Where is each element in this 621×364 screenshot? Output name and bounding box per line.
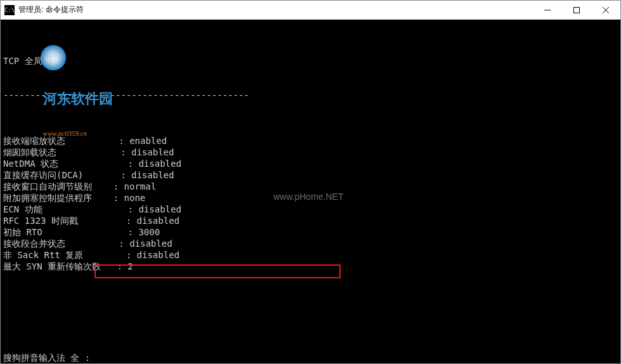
- param-separator: :: [114, 181, 124, 192]
- param-separator: :: [117, 261, 127, 272]
- maximize-icon: [573, 7, 580, 13]
- param-separator: :: [121, 169, 131, 181]
- param-separator: :: [126, 215, 137, 226]
- svg-rect-1: [574, 7, 580, 13]
- param-value: disabled: [131, 169, 174, 181]
- close-button[interactable]: [591, 1, 620, 19]
- param-row: 最大 SYN 重新传输次数 : 2: [3, 261, 618, 272]
- command-prompt-window: C:\ 管理员: 命令提示符 TCP 全局参数 ----------------…: [0, 0, 621, 364]
- param-separator: :: [128, 204, 139, 215]
- tcp-header: TCP 全局参数: [3, 55, 618, 67]
- window-controls: [533, 1, 620, 19]
- param-label: 直接缓存访问(DCA): [3, 169, 121, 181]
- param-row: 接收端缩放状态 : enabled: [3, 135, 618, 146]
- param-value: disabled: [137, 215, 180, 226]
- maximize-button[interactable]: [562, 1, 591, 19]
- param-row: 接收段合并状态 : disabled: [3, 238, 618, 249]
- param-value: none: [124, 192, 146, 204]
- param-row: 直接缓存访问(DCA) : disabled: [3, 169, 618, 181]
- ime-status: 搜狗拼音输入法 全 :: [3, 352, 90, 363]
- param-row: 初始 RTO : 3000: [3, 226, 618, 238]
- app-icon: C:\: [4, 5, 15, 15]
- param-row: ECN 功能 : disabled: [3, 204, 618, 215]
- param-separator: :: [126, 249, 137, 261]
- param-separator: :: [121, 146, 131, 158]
- param-row: 非 Sack Rtt 复原 : disabled: [3, 249, 618, 261]
- divider: ----------------------------------------…: [3, 89, 618, 101]
- param-label: 最大 SYN 重新传输次数: [3, 261, 117, 272]
- param-separator: :: [128, 158, 139, 169]
- param-row: 附加拥塞控制提供程序 : none: [3, 192, 618, 204]
- minimize-icon: [544, 7, 551, 13]
- close-icon: [603, 7, 609, 13]
- param-label: 初始 RTO: [3, 226, 128, 238]
- param-row: 烟囱卸载状态 : disabled: [3, 146, 618, 158]
- param-label: 接收端缩放状态: [3, 135, 119, 146]
- param-label: NetDMA 状态: [3, 158, 128, 169]
- param-value: disabled: [129, 238, 172, 249]
- titlebar[interactable]: C:\ 管理员: 命令提示符: [1, 1, 620, 20]
- param-row: RFC 1323 时间戳 : disabled: [3, 215, 618, 226]
- param-separator: :: [119, 238, 129, 249]
- param-label: 接收段合并状态: [3, 238, 119, 249]
- terminal-area[interactable]: TCP 全局参数 -------------------------------…: [1, 20, 620, 363]
- param-label: RFC 1323 时间戳: [3, 215, 126, 226]
- param-value: disabled: [131, 146, 174, 158]
- param-value: 3000: [138, 226, 160, 238]
- window-title: 管理员: 命令提示符: [18, 4, 84, 15]
- param-label: 非 Sack Rtt 复原: [3, 249, 126, 261]
- param-separator: :: [114, 192, 124, 204]
- param-separator: :: [119, 135, 129, 146]
- param-value: normal: [124, 181, 157, 192]
- param-row: 接收窗口自动调节级别 : normal: [3, 181, 618, 192]
- param-label: 烟囱卸载状态: [3, 146, 121, 158]
- param-row: NetDMA 状态 : disabled: [3, 158, 618, 169]
- param-value: disabled: [137, 249, 180, 261]
- param-label: 附加拥塞控制提供程序: [3, 192, 114, 204]
- param-value: enabled: [129, 135, 167, 146]
- param-value: disabled: [138, 158, 181, 169]
- param-separator: :: [128, 226, 139, 238]
- param-label: ECN 功能: [3, 204, 128, 215]
- param-label: 接收窗口自动调节级别: [3, 181, 114, 192]
- minimize-button[interactable]: [533, 1, 562, 19]
- param-value: 2: [127, 261, 133, 272]
- param-value: disabled: [138, 204, 181, 215]
